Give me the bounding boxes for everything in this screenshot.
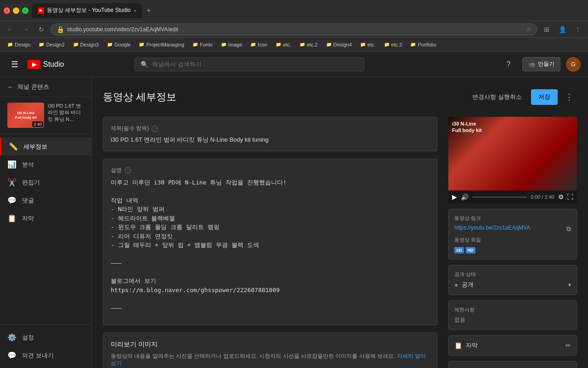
minimize-btn[interactable]: −	[13, 7, 19, 14]
description-help-icon[interactable]: ?	[124, 167, 131, 173]
bookmark-design3[interactable]: 📁 Design3	[69, 41, 102, 48]
address-bar-row: ← → ↻ 🔒 studio.youtube.com/video/2zv1aEA…	[0, 21, 588, 38]
bookmark-label: etc.2	[391, 42, 402, 47]
bookmark-etc4[interactable]: 📁 etc.2	[380, 41, 406, 48]
folder-icon: 📁	[250, 42, 256, 47]
video-progress-bar[interactable]	[472, 196, 527, 198]
video-overlay: i30 N-Line Full body kit	[452, 121, 482, 134]
folder-icon: 📁	[326, 42, 332, 47]
more-options-button[interactable]: ⋮	[561, 88, 577, 106]
title-help-icon[interactable]: ?	[152, 126, 158, 132]
sidebar-back-button[interactable]: ← 채널 콘텐츠	[0, 77, 91, 97]
subtitles-panel[interactable]: 📋 자막 ✏	[448, 335, 577, 356]
extensions-button[interactable]: ⊞	[540, 23, 553, 36]
bookmark-label: Design2	[46, 42, 64, 47]
create-button[interactable]: 📹 만들기	[522, 57, 560, 71]
create-label: 만들기	[538, 60, 554, 68]
play-button[interactable]: ▶	[452, 193, 457, 201]
bookmark-design[interactable]: 📁 Design	[4, 41, 34, 48]
copy-link-button[interactable]: ⧉	[566, 225, 571, 233]
bookmark-label: etc.2	[307, 42, 318, 47]
status-icon: ●	[454, 281, 458, 288]
fullscreen-button[interactable]: ⛶	[567, 193, 573, 201]
bookmark-label: Fonts	[200, 42, 213, 47]
new-tab-button[interactable]: +	[143, 6, 154, 15]
youtube-studio-logo[interactable]: ▶ Studio	[28, 60, 64, 69]
search-input[interactable]	[152, 61, 358, 68]
editor-actions: 변경사항 실행취소 저장 ⋮	[467, 88, 577, 106]
forward-button[interactable]: →	[19, 23, 32, 36]
maximize-btn[interactable]: +	[22, 7, 28, 14]
search-icon: 🔍	[141, 61, 148, 68]
video-thumbnail-image: i30 N-Line Full body kit	[448, 117, 577, 190]
volume-button[interactable]: 🔊	[461, 193, 469, 201]
bookmark-label: Design4	[334, 42, 352, 47]
bookmark-design4[interactable]: 📁 Design4	[322, 41, 356, 48]
video-duration-badge: 2:40	[32, 121, 43, 127]
video-preview: i30 N-Line Full body kit ▶ 🔊 0:00	[448, 117, 577, 203]
bookmark-projectmanaging[interactable]: 📁 ProjectManaging	[135, 41, 188, 48]
bookmark-fonts[interactable]: 📁 Fonts	[189, 41, 216, 48]
browser-chrome: × − + ▶ 동영상 세부정보 - YouTube Studio × +	[0, 0, 588, 21]
bookmark-etc3[interactable]: 📁 etc.	[356, 41, 379, 48]
folder-icon: 📁	[276, 42, 281, 47]
subtitles-left: 📋 자막	[454, 341, 478, 350]
bookmark-etc1[interactable]: 📁 etc.	[272, 41, 295, 48]
bookmark-google[interactable]: 📁 Google	[103, 41, 134, 48]
end-screen-panel[interactable]: 🖥 최종 화면 ✏	[448, 361, 577, 368]
sidebar-item-feedback[interactable]: 💬 의견 보내기	[0, 346, 91, 364]
status-dropdown[interactable]: 공개	[462, 281, 565, 289]
profile-button[interactable]: 👤	[556, 23, 569, 36]
user-avatar[interactable]: G	[566, 57, 581, 72]
video-overlay-line1: i30 N-Line	[452, 121, 482, 127]
chevron-down-icon: ▾	[568, 282, 571, 288]
back-button[interactable]: ←	[4, 23, 17, 36]
reload-button[interactable]: ↻	[35, 23, 48, 36]
sidebar-item-comments[interactable]: 💬 댓글	[0, 191, 91, 209]
settings-video-button[interactable]: ⚙	[558, 193, 564, 201]
more-button[interactable]: ⋮	[571, 23, 584, 36]
status-panel: 공개 상태 ● 공개 ▾	[448, 265, 577, 295]
close-btn[interactable]: ×	[4, 7, 10, 14]
subtitles-icon: 📋	[454, 342, 462, 349]
sidebar-item-settings[interactable]: ⚙️ 설정	[0, 328, 91, 346]
folder-icon: 📁	[384, 42, 390, 47]
save-button[interactable]: 저장	[531, 89, 558, 105]
description-label-text: 설명	[111, 167, 122, 174]
title-input[interactable]	[111, 137, 430, 144]
app: ☰ ▶ Studio 🔍 ? 📹 만들기 G ← 채널 콘텐츠	[0, 52, 588, 368]
cancel-button[interactable]: 변경사항 실행취소	[467, 89, 527, 105]
description-textarea[interactable]: 미루고 미루던 i30 PD에 N-Line 튜닝 작업을 진행했습니다! 작업…	[111, 178, 430, 316]
nav-label: 세부정보	[23, 143, 47, 151]
subtitles-edit-icon[interactable]: ✏	[565, 342, 571, 349]
video-link-label: 동영상 링크	[454, 215, 571, 222]
title-section: 제목(필수 항목) ?	[103, 117, 437, 151]
bookmark-label: Portfolio	[418, 42, 436, 47]
bookmark-design2[interactable]: 📁 Design2	[35, 41, 68, 48]
bookmark-etc2[interactable]: 📁 etc.2	[296, 41, 322, 48]
sidebar-item-editor[interactable]: ✂️ 편집기	[0, 173, 91, 191]
sidebar-item-details[interactable]: ✏️ 세부정보	[0, 138, 91, 155]
folder-icon: 📁	[360, 42, 366, 47]
sidebar-item-subtitles[interactable]: 📋 자막	[0, 209, 91, 227]
bookmark-star-icon[interactable]: ☆	[526, 26, 531, 33]
hamburger-menu-button[interactable]: ☰	[7, 56, 22, 73]
address-bar[interactable]: 🔒 studio.youtube.com/video/2zv1aEAqMVA/e…	[51, 23, 537, 35]
bookmark-label: Icon	[258, 42, 267, 47]
bookmark-image[interactable]: 📁 Image	[217, 41, 246, 48]
editor-main: 동영상 세부정보 변경사항 실행취소 저장 ⋮ 제목(필수 항목) ?	[92, 77, 588, 368]
video-controls-right: ⚙ ⛶	[558, 193, 573, 201]
active-tab[interactable]: ▶ 동영상 세부정보 - YouTube Studio ×	[32, 3, 142, 18]
video-link[interactable]: https://youtu.be/2zv1aEAqMVA	[454, 224, 530, 231]
tab-close-icon[interactable]: ×	[134, 8, 136, 13]
bookmark-portfolio[interactable]: 📁 Portfolio	[407, 41, 440, 48]
feedback-icon: 💬	[7, 351, 17, 360]
video-overlay-line2: Full body kit	[452, 127, 482, 133]
help-button[interactable]: ?	[500, 56, 517, 73]
status-label: 공개 상태	[454, 271, 571, 278]
sidebar-item-analytics[interactable]: 📊 분석	[0, 155, 91, 173]
thumbnail-section: 미리보기 이미지 동영상의 내용을 알려주는 사진을 선택하거나 업로드하세요.…	[103, 333, 437, 368]
channel-thumbnail: i30 N-LineFull body kit 2:40	[7, 103, 44, 128]
bookmark-icon[interactable]: 📁 Icon	[247, 41, 271, 48]
nav-label: 설정	[22, 334, 34, 342]
